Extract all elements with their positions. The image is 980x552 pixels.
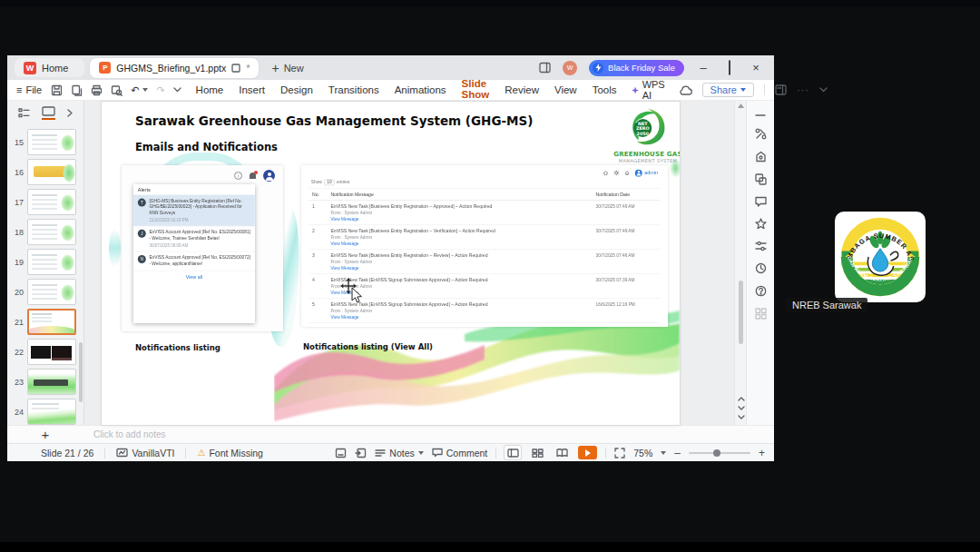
favorites-star-icon[interactable] <box>755 218 767 230</box>
meeting-participant-tile[interactable]: LEMBAGA SUMBER ASLI DAN ALAM SEKITAR SAR… <box>835 212 926 302</box>
thumbnail-slide-15[interactable]: 15 <box>10 127 83 157</box>
thumbnail-slide-19[interactable]: 19 <box>10 247 83 277</box>
thumbnail-slide-18[interactable]: 18 <box>10 217 83 247</box>
notes-strip[interactable]: Click to add notes <box>7 425 774 443</box>
undo-button[interactable]: ↶ <box>131 84 148 96</box>
print-icon[interactable] <box>91 84 103 96</box>
next-slide-alt-icon[interactable] <box>738 415 745 419</box>
fit-slide-icon[interactable] <box>614 448 625 458</box>
thumbnail-panel-header <box>7 101 83 124</box>
slide-view-icon[interactable] <box>42 106 55 120</box>
font-missing-label: Font Missing <box>209 448 263 458</box>
apps-grid-icon[interactable] <box>755 308 767 320</box>
slideshow-play-button[interactable] <box>578 446 597 459</box>
theme-style-icon[interactable] <box>755 151 767 163</box>
slide-preview <box>27 249 76 275</box>
thumbnail-slide-21-selected[interactable]: 21 <box>10 307 83 337</box>
thumbnail-slide-20[interactable]: 20 <box>10 277 83 307</box>
comment-button[interactable]: Comment <box>432 448 488 458</box>
task-pane-icon[interactable] <box>775 84 787 95</box>
start-from-slide-icon[interactable] <box>355 448 367 458</box>
share-button[interactable]: Share <box>702 83 754 97</box>
notes-toggle-button[interactable]: Notes <box>375 448 423 458</box>
cloud-sync-icon[interactable] <box>679 85 692 95</box>
account-avatar[interactable]: W <box>563 61 577 75</box>
print-preview-icon[interactable] <box>111 84 122 96</box>
slide-thumbnail-panel: 15 16 17 18 19 20 21 22 23 24 + <box>7 101 84 425</box>
thumbnail-slide-23[interactable]: 23 <box>10 367 83 397</box>
tab-home[interactable]: W Home <box>15 58 84 77</box>
export-pdf-icon[interactable] <box>71 84 83 96</box>
add-slide-button[interactable]: + <box>7 427 83 443</box>
shapes-icon[interactable] <box>755 173 767 185</box>
show-label: Show <box>311 180 322 184</box>
zoom-in-button[interactable]: + <box>759 447 765 459</box>
more-options-icon[interactable]: ··· <box>797 84 809 95</box>
font-missing-warning[interactable]: ⚠ Font Missing <box>197 448 263 458</box>
maximize-button[interactable] <box>722 61 737 74</box>
gear-icon <box>614 170 620 175</box>
history-clock-icon[interactable] <box>755 262 767 274</box>
thumbnail-slide-16[interactable]: 16 <box>10 157 83 187</box>
minimize-button[interactable]: – <box>696 61 710 74</box>
close-button[interactable]: × <box>749 61 763 74</box>
slide-number: 24 <box>10 408 24 417</box>
qat-chevron-down-icon[interactable] <box>173 87 181 93</box>
redo-button[interactable]: ↷ <box>156 84 164 96</box>
zoom-out-button[interactable]: – <box>674 447 681 459</box>
row-from: From : System Admin <box>330 235 590 240</box>
thumbnail-scrollbar[interactable] <box>79 342 83 402</box>
profile-avatar-icon <box>263 170 275 182</box>
zoom-caret-icon[interactable] <box>661 451 666 455</box>
scrollbar-thumb[interactable] <box>739 281 743 344</box>
menu-tab-transitions[interactable]: Transitions <box>328 83 379 97</box>
zoom-level[interactable]: 75% <box>633 448 652 458</box>
presenter-view-icon[interactable] <box>335 448 347 458</box>
next-slide-icon[interactable] <box>738 406 745 410</box>
menu-tab-insert[interactable]: Insert <box>239 83 265 97</box>
thumbnail-slide-24[interactable]: 24 <box>10 397 83 427</box>
wps-ai-button[interactable]: WPS AI <box>632 79 668 101</box>
comment-pane-icon[interactable] <box>755 196 767 207</box>
new-tab-label: New <box>284 63 304 74</box>
reading-view-button[interactable] <box>554 446 570 459</box>
save-icon[interactable] <box>51 84 63 96</box>
outline-view-icon[interactable] <box>18 108 30 118</box>
menu-tab-animations[interactable]: Animations <box>395 83 446 97</box>
slide-preview <box>27 219 76 245</box>
editor-scrollbar[interactable] <box>734 101 746 425</box>
slide-preview <box>27 369 76 395</box>
bell-icon <box>625 170 630 175</box>
collapse-rail-icon[interactable] <box>755 113 766 117</box>
slide-canvas[interactable]: Sarawak Greenhouse Gas Management System… <box>102 102 680 425</box>
promo-banner-button[interactable]: Black Friday Sale <box>589 60 684 76</box>
tab-document[interactable]: P GHGMS_Briefing_v1.pptx * <box>90 58 259 78</box>
window-layout-icon[interactable] <box>539 62 551 74</box>
menu-tab-slide-show[interactable]: Slide Show <box>462 76 490 104</box>
portal-user-label: admin <box>644 170 658 175</box>
menu-tab-review[interactable]: Review <box>505 83 539 97</box>
previous-slide-icon[interactable] <box>738 397 745 401</box>
menu-tab-view[interactable]: View <box>554 83 577 97</box>
menu-tab-tools[interactable]: Tools <box>593 83 617 97</box>
zoom-slider[interactable] <box>689 452 750 454</box>
thumbnail-slide-22[interactable]: 22 <box>10 337 83 367</box>
normal-view-button[interactable] <box>505 446 521 459</box>
collapse-panel-chevron-icon[interactable] <box>67 109 73 117</box>
new-tab-button[interactable]: + New <box>271 62 303 74</box>
theme-button[interactable]: VanillaVTI <box>116 448 174 458</box>
help-icon[interactable] <box>755 285 767 297</box>
right-tool-rail <box>746 101 774 425</box>
file-menu-button[interactable]: ≡ File <box>16 84 42 95</box>
collapse-ribbon-icon[interactable] <box>819 87 828 93</box>
scroll-up-icon[interactable] <box>738 104 744 108</box>
thumbnail-slide-17[interactable]: 17 <box>10 187 83 217</box>
tools-icon[interactable] <box>755 128 767 140</box>
settings-sliders-icon[interactable] <box>755 241 767 251</box>
menu-tab-design[interactable]: Design <box>280 83 313 97</box>
slide-sorter-view-button[interactable] <box>529 446 545 459</box>
zoom-slider-knob[interactable] <box>713 449 720 457</box>
slide-preview <box>27 399 76 425</box>
ribbon-menu-bar: ≡ File ↶ ↷ Home Insert Design Transition… <box>7 80 774 101</box>
menu-tab-home[interactable]: Home <box>196 83 224 97</box>
